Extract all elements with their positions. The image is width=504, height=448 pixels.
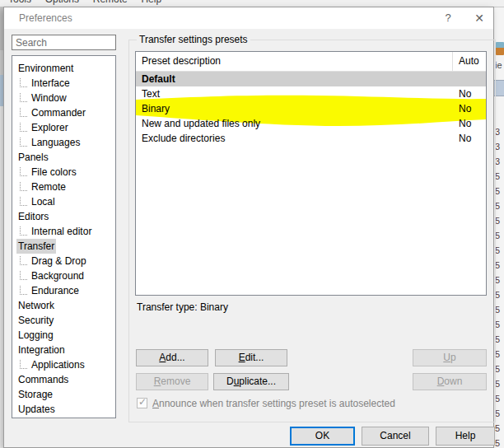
background-menu-text: Tools Options Remote Help bbox=[8, 0, 504, 5]
tree-item-drag-drop[interactable]: Drag & Drop bbox=[12, 254, 115, 268]
edit-button[interactable]: Edit... bbox=[215, 349, 287, 366]
add-button[interactable]: Add... bbox=[136, 349, 208, 366]
tree-item-interface[interactable]: Interface bbox=[12, 76, 115, 91]
preset-row-binary[interactable]: BinaryNo bbox=[136, 101, 486, 116]
preset-description-cell: Binary bbox=[142, 101, 170, 116]
checkbox-icon[interactable]: ✓ bbox=[137, 398, 147, 408]
preset-auto-cell: No bbox=[459, 86, 471, 101]
preset-auto-cell: No bbox=[459, 116, 471, 131]
presets-list[interactable]: Preset description Auto DefaultTextNoBin… bbox=[135, 51, 487, 296]
tree-item-label: Internal editor bbox=[30, 224, 93, 239]
tree-item-endurance[interactable]: Endurance bbox=[12, 283, 115, 298]
tree-item-panels[interactable]: Panels bbox=[12, 150, 115, 165]
tree-item-label: Window bbox=[30, 91, 68, 105]
tree-item-local[interactable]: Local bbox=[12, 194, 115, 209]
tree-branch-icon bbox=[20, 108, 27, 117]
up-button[interactable]: Up bbox=[413, 349, 487, 366]
preset-description-cell: Exclude directories bbox=[142, 131, 225, 146]
tree-item-file-colors[interactable]: File colors bbox=[12, 165, 115, 180]
tree-item-label: Environment bbox=[16, 61, 75, 76]
tree-branch-icon bbox=[20, 167, 27, 176]
tree-item-label: Explorer bbox=[30, 120, 70, 135]
preset-row-new-and-updated-files-only[interactable]: New and updated files onlyNo bbox=[136, 116, 486, 131]
tree-item-commander[interactable]: Commander bbox=[12, 105, 115, 120]
tree-item-label: Interface bbox=[30, 76, 72, 91]
tree-item-applications[interactable]: Applications bbox=[12, 357, 115, 372]
tree-item-security[interactable]: Security bbox=[12, 313, 115, 328]
background-file-icon bbox=[496, 42, 504, 55]
tree-item-label: Commands bbox=[16, 372, 70, 387]
preset-description-cell: Default bbox=[142, 72, 175, 86]
tree-item-updates[interactable]: Updates bbox=[12, 402, 115, 417]
preset-description-cell: Text bbox=[142, 86, 160, 101]
tree-branch-icon bbox=[20, 286, 27, 295]
tree-item-label: Languages bbox=[30, 135, 82, 150]
tree-item-label: Endurance bbox=[30, 283, 81, 298]
tree-item-label: Applications bbox=[30, 357, 86, 372]
preset-description-cell: New and updated files only bbox=[142, 116, 260, 131]
tree-item-explorer[interactable]: Explorer bbox=[12, 120, 115, 135]
tree-item-window[interactable]: Window bbox=[12, 91, 115, 105]
tree-item-transfer[interactable]: Transfer bbox=[12, 239, 115, 254]
help-button[interactable]: Help bbox=[436, 427, 495, 446]
settings-tree[interactable]: EnvironmentInterfaceWindowCommanderExplo… bbox=[12, 55, 116, 418]
background-number-fragment: 5 bbox=[495, 436, 500, 448]
tree-item-label: Commander bbox=[30, 105, 87, 120]
background-number-fragment: 5 bbox=[495, 421, 500, 436]
tree-branch-icon bbox=[20, 182, 27, 191]
tree-item-label: Panels bbox=[16, 150, 50, 165]
tree-item-environment[interactable]: Environment bbox=[12, 61, 115, 76]
cancel-button[interactable]: Cancel bbox=[362, 427, 429, 446]
tree-item-logging[interactable]: Logging bbox=[12, 328, 115, 343]
tree-branch-icon bbox=[20, 93, 27, 102]
tree-item-label: Integration bbox=[16, 343, 67, 357]
tree-item-label: Drag & Drop bbox=[30, 254, 88, 268]
help-caption-icon[interactable]: ? bbox=[434, 7, 462, 29]
tree-item-label: Transfer bbox=[16, 239, 56, 254]
list-rows: DefaultTextNoBinaryNoNew and updated fil… bbox=[136, 72, 486, 146]
close-icon[interactable]: ✕ bbox=[465, 7, 493, 29]
tree-item-label: Security bbox=[16, 313, 55, 328]
dialog-title: Preferences bbox=[19, 12, 72, 24]
preset-auto-cell: No bbox=[459, 131, 471, 146]
column-header-preset-description[interactable]: Preset description bbox=[142, 55, 221, 67]
column-header-auto[interactable]: Auto bbox=[459, 55, 479, 67]
tree-item-internal-editor[interactable]: Internal editor bbox=[12, 224, 115, 239]
tree-item-label: Updates bbox=[16, 402, 57, 417]
tree-item-label: Storage bbox=[16, 387, 54, 402]
tree-branch-icon bbox=[20, 226, 27, 236]
transfer-type-label: Transfer type: Binary bbox=[137, 301, 228, 313]
announce-checkbox-row[interactable]: ✓Announce when transfer settings preset … bbox=[137, 398, 395, 411]
tree-branch-icon bbox=[20, 256, 27, 265]
remove-button[interactable]: Remove bbox=[136, 373, 208, 390]
down-button[interactable]: Down bbox=[413, 373, 487, 390]
tree-branch-icon bbox=[20, 271, 27, 280]
ok-button[interactable]: OK bbox=[290, 427, 355, 446]
tree-item-remote[interactable]: Remote bbox=[12, 180, 115, 194]
tree-item-editors[interactable]: Editors bbox=[12, 209, 115, 224]
tree-branch-icon bbox=[20, 197, 27, 206]
preset-row-exclude-directories[interactable]: Exclude directoriesNo bbox=[136, 131, 486, 146]
preset-auto-cell: No bbox=[459, 101, 471, 116]
checkbox-label: Announce when transfer settings preset i… bbox=[152, 398, 395, 409]
tree-item-storage[interactable]: Storage bbox=[12, 387, 115, 402]
tree-item-label: Logging bbox=[16, 328, 55, 343]
list-header[interactable]: Preset description Auto bbox=[136, 52, 486, 72]
tree-item-background[interactable]: Background bbox=[12, 268, 115, 283]
tree-branch-icon bbox=[20, 138, 27, 147]
search-input[interactable] bbox=[12, 35, 116, 50]
tree-item-network[interactable]: Network bbox=[12, 298, 115, 313]
column-divider[interactable] bbox=[452, 52, 453, 72]
tree-item-label: File colors bbox=[30, 165, 78, 180]
tree-branch-icon bbox=[20, 78, 27, 87]
duplicate-button[interactable]: Duplicate... bbox=[213, 373, 289, 390]
tree-item-languages[interactable]: Languages bbox=[12, 135, 115, 150]
tree-item-integration[interactable]: Integration bbox=[12, 343, 115, 357]
preset-row-default[interactable]: Default bbox=[136, 72, 486, 86]
tree-item-label: Network bbox=[16, 298, 56, 313]
tree-item-label: Background bbox=[30, 268, 86, 283]
tree-item-commands[interactable]: Commands bbox=[12, 372, 115, 387]
groupbox-title: Transfer settings presets bbox=[137, 34, 250, 45]
tree-item-label: Editors bbox=[16, 209, 50, 224]
preset-row-text[interactable]: TextNo bbox=[136, 86, 486, 101]
